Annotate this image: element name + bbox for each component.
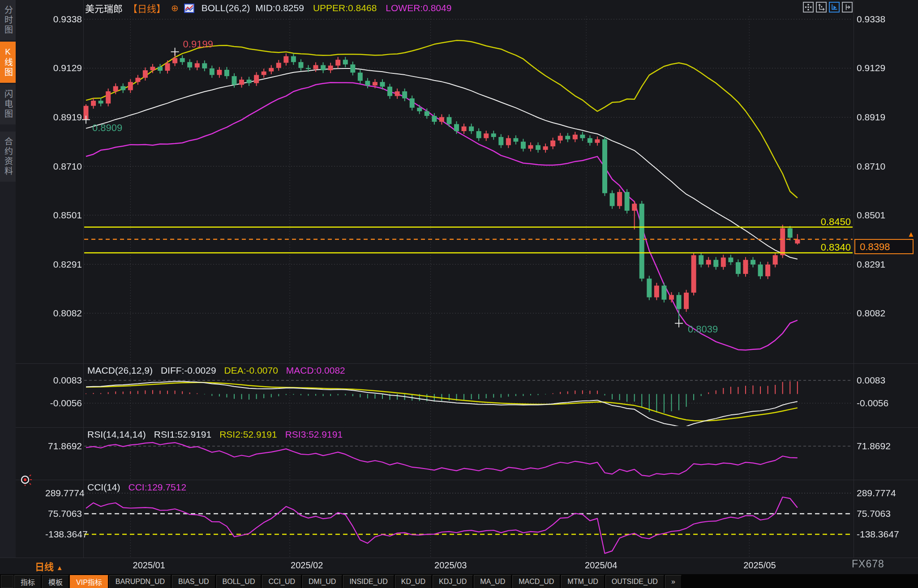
support-line-label: 0.8340 [821,242,851,253]
cci-value: CCI:129.7512 [129,482,187,493]
chart-header: 美元瑞郎 【日线】 ⊕ BOLL(26,2) MID:0.8259 UPPER:… [85,2,451,14]
price-axis-label: 0.8710 [45,161,82,172]
left-sidebar: 分时图K线图闪电图合约资料 [0,0,16,558]
rsi-title: RSI(14,14,14) [87,429,146,440]
price-axis-label: 0.8501 [45,210,82,221]
tab-1[interactable]: 模板 [42,575,69,588]
cci-label-row: CCI(14) CCI:129.7512 [87,482,186,493]
price-axis-label: 0.9338 [45,14,82,25]
tab-5[interactable]: BOLL_UD [216,575,262,588]
price-axis-label: 0.9129 [857,63,885,73]
macd-diff-value: DIFF:-0.0029 [161,365,216,376]
sidebar-item-0[interactable]: 分时图 [0,0,16,40]
price-axis-label: 0.8710 [857,161,885,172]
price-axis-label: 0.8291 [45,259,82,270]
price-axis-label: 0.8082 [857,308,885,319]
tab-8[interactable]: INSIDE_UD [343,575,394,588]
indicator-tabbar: 指标模板VIP指标BARUPDN_UDBIAS_UDBOLL_UDCCI_UDD… [0,574,918,588]
cci-axis-label: -138.3647 [45,529,82,540]
rsi-axis-label: 71.8692 [857,441,891,452]
period-selector[interactable]: 日线 ▲ [35,559,63,573]
price-axis-label: 0.9338 [857,14,885,25]
macd-axis-label: 0.0083 [45,375,82,386]
tab-9[interactable]: KD_UD [395,575,432,588]
cci-axis-label: -138.3647 [857,529,899,540]
boll-lower-value: LOWER:0.8049 [386,3,451,13]
macd-axis-label: -0.0056 [45,398,82,409]
tab-0[interactable]: 指标 [14,575,41,588]
period-tag: 【日线】 [128,1,166,15]
month-label: 2025/03 [434,560,467,571]
candlestick-chart-icon [184,4,194,13]
tabbar-stub [1,575,13,588]
month-label: 2025/04 [585,560,617,571]
tab-6[interactable]: CCI_UD [262,575,301,588]
period-label: 日线 [35,562,54,572]
trading-app-window: 分时图K线图闪电图合约资料 美元瑞郎 【日线】 ⊕ BOLL(26,2) MID… [0,0,918,588]
cci-axis-label: 75.7063 [857,508,891,519]
add-indicator-icon[interactable]: ⊕ [171,3,179,13]
rsi1-value: RSI1:52.9191 [154,429,211,440]
symbol-title: 美元瑞郎 [85,1,123,15]
boll-mid-value: MID:0.8259 [255,3,304,13]
tab-3[interactable]: BARUPDN_UD [109,575,171,588]
month-label: 2025/05 [743,560,776,571]
current-price-box: 0.8398 [854,239,914,254]
price-axis-label: 0.8501 [857,210,885,221]
chart-toolbar [803,2,853,13]
tab-4[interactable]: BIAS_UD [172,575,215,588]
price-axis-label: 0.8291 [857,259,885,270]
low-price-annotation: 0.8039 [688,324,718,335]
macd-dea-value: DEA:-0.0070 [224,365,278,376]
rsi2-value: RSI2:52.9191 [219,429,277,440]
macd-label-row: MACD(26,12,9) DIFF:-0.0029 DEA:-0.0070 M… [87,365,345,376]
axis-scale-icon[interactable] [816,2,827,13]
tab-more[interactable]: » [665,575,682,588]
tab-10[interactable]: KDJ_UD [433,575,473,588]
cci-axis-label: 75.7063 [45,508,82,519]
boll-upper-value: UPPER:0.8468 [313,3,377,13]
cci-axis-label: 289.7774 [857,488,896,499]
rsi3-value: RSI3:52.9191 [285,429,343,440]
price-axis-label: 0.8919 [857,112,885,123]
rsi-axis-label: 71.8692 [45,441,82,452]
price-up-arrow-icon: ▲ [907,230,915,239]
sidebar-item-1[interactable]: K线图 [0,42,16,83]
rsi-label-row: RSI(14,14,14) RSI1:52.9191 RSI2:52.9191 … [87,429,343,440]
cci-title: CCI(14) [87,482,120,493]
macd-axis-label: -0.0056 [857,398,888,409]
sidebar-item-2[interactable]: 闪电图 [0,84,16,124]
boll-indicator-title: BOLL(26,2) [202,3,250,13]
macd-macd-value: MACD:0.0082 [286,365,345,376]
left-low-price-annotation: 0.8909 [92,122,122,134]
month-label: 2025/02 [291,560,323,571]
month-label: 2025/01 [133,560,165,571]
macd-axis-label: 0.0083 [857,375,885,386]
resistance-line-label: 0.8450 [821,216,851,228]
price-axis-label: 0.9129 [45,63,82,73]
period-dropdown-arrow-icon: ▲ [56,564,63,571]
macd-title: MACD(26,12,9) [87,365,153,376]
axis-snap-icon[interactable] [842,2,853,13]
tab-2[interactable]: VIP指标 [70,575,108,588]
chart-canvas[interactable] [0,0,918,588]
sidebar-item-3[interactable]: 合约资料 [0,132,16,182]
tab-7[interactable]: DMI_UD [302,575,342,588]
cci-axis-label: 289.7774 [45,488,82,499]
tab-13[interactable]: MTM_UD [561,575,604,588]
pan-crosshair-icon[interactable] [803,2,814,13]
tab-14[interactable]: OUTSIDE_UD [605,575,664,588]
axis-play-icon[interactable] [829,2,840,13]
price-axis-label: 0.8919 [45,112,82,123]
target-marker-icon [19,473,33,489]
price-axis-label: 0.8082 [45,308,82,319]
watermark: FX678 [852,558,884,570]
tab-12[interactable]: MACD_UD [512,575,560,588]
tab-11[interactable]: MA_UD [474,575,511,588]
high-price-annotation: 0.9199 [183,38,213,50]
